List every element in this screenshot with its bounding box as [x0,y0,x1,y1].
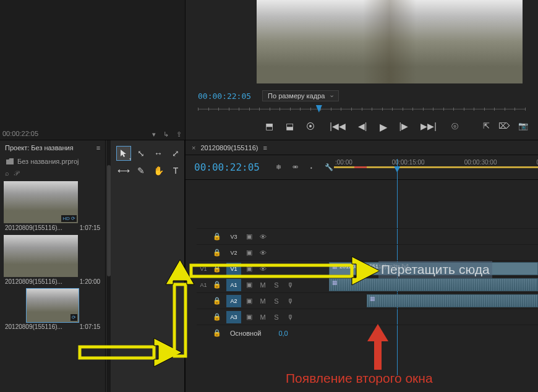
filter-icon[interactable]: ▾ [152,130,156,138]
target-toggle[interactable]: A1 [226,279,241,291]
project-panel: Проект: Без названия ≡ Без названия.prpr… [0,140,186,392]
razor-tool[interactable]: ⟷ [117,164,130,177]
go-to-in-icon[interactable]: |◀◀ [330,121,346,133]
search-icon[interactable]: ⌕ [5,169,9,177]
program-ruler[interactable] [198,105,526,114]
source-patch[interactable]: V1 [197,266,210,272]
track-header-a3[interactable]: 🔒 A3 ▣ M S 🎙 [197,309,329,325]
timeline-ruler[interactable]: :00:00 00:00:15:00 00:00:30:00 00:00:45:… [328,159,538,177]
sequence-name[interactable]: 20120809(155116) [200,144,258,151]
pen-tool[interactable]: ✎ [134,164,148,177]
solo-icon[interactable]: S [271,297,282,305]
clip-row-v3 [329,228,538,244]
target-toggle[interactable]: V2 [226,247,241,259]
sync-lock-icon[interactable]: ▣ [244,232,255,241]
scrollbar-thumb[interactable] [107,165,111,276]
eye-icon[interactable]: 👁 [257,265,268,273]
search-input[interactable] [14,169,63,177]
clip-row-a3 [329,309,538,325]
lock-icon[interactable]: 🔒 [213,313,224,321]
clip-duration: 1:20:00 [80,278,100,285]
source-patch[interactable]: A1 [197,282,210,288]
zoom-fit-dropdown[interactable]: По размеру кадра [262,90,339,101]
clip-row-a2: ▦ [329,292,538,309]
master-value[interactable]: 0,0 [278,330,288,337]
extract-icon[interactable]: ⌦ [498,121,510,130]
new-item-icon[interactable]: ↳ [163,130,169,138]
time-label: :00:00 [335,159,352,166]
audio-clip[interactable]: ▦ [329,278,538,291]
lock-icon[interactable]: 🔒 [213,329,224,337]
project-item[interactable]: ⟳ 20120809(155116)...1:07:15 [4,289,101,331]
target-toggle[interactable]: A2 [226,295,241,307]
close-sequence-icon[interactable]: × [192,144,195,151]
mute-icon[interactable]: M [257,297,268,305]
lock-icon[interactable]: 🔒 [213,281,224,289]
lift-button-icon[interactable]: ⇱ [483,121,490,130]
target-toggle[interactable]: V3 [226,231,241,243]
eye-icon[interactable]: 👁 [257,233,268,241]
project-items-list: HD ⟳ 20120809(155116)...1:07:15 20120809… [0,179,105,392]
add-marker-icon[interactable]: ⦿ [306,121,315,133]
mute-icon[interactable]: M [257,313,268,321]
program-timecode[interactable]: 00:00:22:05 [198,92,251,101]
eye-icon[interactable]: 👁 [257,249,268,257]
timeline-timecode[interactable]: 00:00:22:05 [194,161,260,173]
lock-icon[interactable]: 🔒 [213,232,224,241]
clip-row-master [329,325,538,341]
voice-over-icon[interactable]: 🎙 [284,281,296,289]
export-frame-icon[interactable]: 📷 [518,121,528,130]
track-header-v2[interactable]: 🔒 V2 ▣ 👁 [197,244,329,260]
mark-out-icon[interactable]: ⬓ [286,121,294,133]
project-file-name: Без названия.prproj [17,158,79,165]
panel-menu-icon[interactable]: ≡ [96,144,100,151]
track-header-v1[interactable]: V1 🔒 V1 ▣ 👁 [197,260,329,276]
sync-lock-icon[interactable]: ▣ [244,249,255,257]
master-label: Основной [230,330,261,337]
project-scrollbar[interactable] [106,140,111,392]
voice-over-icon[interactable]: 🎙 [284,313,296,321]
mute-icon[interactable]: M [257,281,268,289]
fx-icon: ▦ [332,279,338,286]
target-toggle[interactable]: V1 [226,263,241,275]
selection-tool[interactable]: ▾ [117,147,130,160]
audio-clip[interactable]: ▦ [367,294,538,307]
track-header-a1[interactable]: A1 🔒 A1 ▣ M S 🎙 [197,276,329,292]
lock-icon[interactable]: 🔒 [213,249,224,257]
track-header-master[interactable]: 🔒 Основной 0,0 [197,325,329,341]
sequence-menu-icon[interactable]: ≡ [263,144,267,151]
lock-icon[interactable]: 🔒 [213,265,224,273]
solo-icon[interactable]: S [271,281,282,289]
time-label: 00:00:30:00 [464,159,497,166]
timeline-clips-area[interactable]: ▦20120809(155116).m2ts [V] ▦ ▦ [329,180,538,392]
step-forward-icon[interactable]: |▶ [399,121,409,133]
share-icon[interactable]: ⇪ [176,130,182,138]
hand-tool[interactable]: ✋ [152,164,165,177]
sync-lock-icon[interactable]: ▣ [244,281,255,289]
snap-icon[interactable]: ❄ [276,163,281,171]
play-icon[interactable]: ▶ [380,121,387,133]
linked-selection-icon[interactable]: ⚮ [292,163,298,171]
clip-thumbnail [4,235,78,277]
sync-lock-icon[interactable]: ▣ [244,313,255,321]
track-header-v3[interactable]: 🔒 V3 ▣ 👁 [197,228,329,244]
voice-over-icon[interactable]: 🎙 [284,297,296,305]
add-marker-icon[interactable]: ⬩ [309,163,314,171]
project-item[interactable]: HD ⟳ 20120809(155116)...1:07:15 [4,181,101,232]
type-tool[interactable]: T [169,164,182,177]
track-select-tool[interactable]: ⤡ [134,147,148,160]
step-back-icon[interactable]: ◀| [358,121,367,133]
mark-in-icon[interactable]: ⬒ [265,121,273,133]
lift-icon[interactable]: ⦾ [451,121,458,133]
target-toggle[interactable]: A3 [226,311,241,323]
sync-lock-icon[interactable]: ▣ [244,265,255,273]
annotation-second-window: Появление второго окна [286,371,433,386]
project-item[interactable]: 20120809(155116)...1:20:00 [4,235,101,286]
ripple-edit-tool[interactable]: ↔ [152,147,165,160]
sync-lock-icon[interactable]: ▣ [244,297,255,305]
track-header-a2[interactable]: 🔒 A2 ▣ M S 🎙 [197,292,329,309]
solo-icon[interactable]: S [271,313,282,321]
go-to-out-icon[interactable]: ▶▶| [421,121,437,133]
rate-stretch-tool[interactable]: ⤢ [169,147,182,160]
lock-icon[interactable]: 🔒 [213,297,224,305]
